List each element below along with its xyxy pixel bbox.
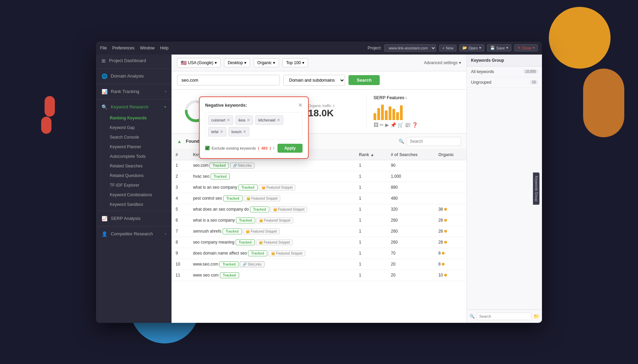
serp-bar-5 [389, 106, 391, 120]
table-row: 4 pest control seo Tracked 👑 Featured Sn… [172, 193, 466, 204]
sidebar-sub-autocomplete-tools[interactable]: Autocomplete Tools [96, 152, 172, 161]
exclude-info-icon: ℹ [273, 146, 274, 150]
advanced-settings-button[interactable]: Advanced settings ▾ [424, 60, 461, 65]
col-searches: # of Searches [387, 150, 434, 160]
cell-num: 4 [172, 193, 189, 204]
cell-organic: 38 [434, 204, 466, 215]
sidebar-sub-related-searches[interactable]: Related Searches [96, 161, 172, 171]
all-keywords-count: 10,000 [523, 69, 538, 74]
right-panel-item-ungrouped[interactable]: Ungrouped 16 [467, 77, 542, 88]
country-select[interactable]: 🇺🇸 USA (Google) ▾ [177, 58, 221, 68]
domain-search-input[interactable] [177, 75, 280, 85]
top-select[interactable]: Top 100 ▾ [282, 58, 308, 67]
serp-features-chart: SERP Features ℹ [374, 95, 418, 128]
sidebar-item-keyword-research[interactable]: 🔍 Keyword Research ▾ [96, 101, 172, 113]
tracked-badge: Tracked [238, 185, 258, 190]
sidebar-sub-keyword-combinations[interactable]: Keyword Combinations [96, 190, 172, 200]
cell-keyword: www.seo.com Tracked 🔗 SiteLinks [189, 259, 355, 270]
sidebar-item-competitor-research[interactable]: 👤 Competitor Research › [96, 228, 172, 240]
serp-icon-7: ❓ [412, 122, 418, 128]
sidebar-item-domain-analysis[interactable]: 🌐 Domain Analysis [96, 70, 172, 82]
sidebar-item-rank-tracking[interactable]: 📊 Rank Tracking › [96, 85, 172, 98]
organic-traffic-label: Organic traffic ℹ [308, 104, 334, 108]
right-panel-folder-icon: 📁 [533, 314, 539, 319]
sidebar-item-serp-analysis[interactable]: 📈 SERP Analysis [96, 212, 172, 225]
menu-help[interactable]: Help [160, 46, 169, 50]
menu-file[interactable]: File [100, 46, 107, 50]
cell-keyword: hvac seo Tracked [189, 171, 355, 182]
table-row: 11 www seo com Tracked 1 20 10 [172, 270, 466, 281]
neg-kw-close-button[interactable]: ✕ [298, 103, 303, 108]
menu-window[interactable]: Window [140, 46, 155, 50]
cell-organic: 28 [434, 226, 466, 237]
domain-type-select[interactable]: Domain and subdomains [283, 75, 345, 86]
right-panel-search-input[interactable] [477, 313, 531, 320]
sidebar-item-project-dashboard[interactable]: ⊞ Project Dashboard [96, 55, 172, 67]
serp-bar-6 [392, 109, 395, 120]
search-type-select[interactable]: Organic ▾ [253, 58, 279, 67]
sidebar-sub-tf-idf[interactable]: TF-IDF Explorer [96, 180, 172, 190]
neg-kw-title: Negative keywords: [205, 103, 247, 108]
sidebar-divider-2 [96, 84, 172, 84]
table-search-input[interactable] [406, 137, 461, 146]
keywords-group-tab[interactable]: Keywords Group [533, 172, 539, 204]
organic-traffic-value: 18.0K [308, 108, 334, 119]
table-row: 2 hvac seo Tracked 1 1,000 [172, 171, 466, 182]
save-button[interactable]: 💾 Save ▾ [487, 44, 511, 51]
sidebar-sub-search-console[interactable]: Search Console [96, 132, 172, 142]
bg-decoration-red-left2 [41, 117, 51, 134]
globe-icon: 🌐 [102, 73, 107, 79]
cell-rank: 1 [355, 204, 387, 215]
cell-searches: 90 [387, 160, 434, 171]
cell-searches: 480 [387, 193, 434, 204]
neg-kw-tag-label: cuisinart [211, 118, 225, 122]
sidebar-sub-keyword-gap[interactable]: Keyword Gap [96, 123, 172, 132]
neg-kw-tag-remove[interactable]: ✕ [220, 129, 223, 134]
open-arrow-icon: ▾ [479, 46, 481, 50]
table-search-icon: 🔍 [399, 139, 404, 144]
device-select[interactable]: Desktop ▾ [224, 58, 250, 67]
cell-num: 7 [172, 226, 189, 237]
exclude-count: ( [258, 146, 259, 150]
apply-button[interactable]: Apply [277, 144, 303, 153]
table-row: 8 seo company meaning Tracked 👑 Featured… [172, 237, 466, 248]
cell-rank: 1 [355, 160, 387, 171]
cell-keyword: www seo com Tracked [189, 270, 355, 281]
serp-icon-2: ✏ [380, 122, 384, 128]
neg-kw-tag-remove[interactable]: ✕ [227, 118, 230, 122]
neg-kw-footer: Exclude existing keywords ( 483 ) ℹ Appl… [205, 144, 303, 153]
project-select[interactable]: www.link-assistant.com [384, 44, 436, 52]
sidebar-sub-ranking-keywords[interactable]: Ranking Keywords [96, 113, 172, 123]
exclude-existing-checkbox[interactable] [205, 146, 210, 150]
menu-preferences[interactable]: Preferences [112, 46, 134, 50]
neg-kw-tag-remove[interactable]: ✕ [243, 129, 246, 134]
table-row: 10 www.seo.com Tracked 🔗 SiteLinks 1 20 … [172, 259, 466, 270]
serp-info-icon: ℹ [405, 96, 407, 100]
cell-keyword: semrush ahrefs Tracked 👑 Featured Snippe… [189, 226, 355, 237]
neg-kw-tag-remove[interactable]: ✕ [247, 118, 250, 122]
cell-organic: 8 [434, 248, 466, 259]
table-row: 5 what does an seo company do Tracked 👑 … [172, 204, 466, 215]
neg-kw-tag-remove[interactable]: ✕ [277, 118, 280, 122]
new-icon: + [442, 46, 444, 50]
tracked-badge: Tracked [220, 261, 239, 267]
table-row: 7 semrush ahrefs Tracked 👑 Featured Snip… [172, 226, 466, 237]
sidebar-sub-keyword-planner[interactable]: Keyword Planner [96, 142, 172, 152]
new-button[interactable]: + New [439, 45, 456, 51]
main-content: 🇺🇸 USA (Google) ▾ Desktop ▾ Organic ▾ To… [172, 55, 466, 323]
title-bar: File Preferences Window Help Project: ww… [96, 42, 542, 55]
close-button[interactable]: ✕ Close ▾ [514, 44, 538, 51]
feature-badge: 👑 Featured Snippet [256, 239, 293, 245]
open-button[interactable]: 📂 Open ▾ [459, 44, 484, 51]
search-button[interactable]: Search [348, 75, 380, 85]
collapse-icon[interactable]: ▲ [177, 139, 182, 144]
sidebar-sub-keyword-sandbox[interactable]: Keyword Sandbox [96, 200, 172, 209]
cell-organic: 28 [434, 237, 466, 248]
bg-decoration-orange-right [583, 69, 624, 137]
sidebar-sub-related-questions[interactable]: Related Questions [96, 171, 172, 180]
col-rank[interactable]: Rank ▲ [355, 150, 387, 160]
sidebar: ⊞ Project Dashboard 🌐 Domain Analysis 📊 … [96, 55, 172, 323]
country-arrow-icon: ▾ [215, 60, 217, 65]
right-panel-item-all-keywords[interactable]: All keywords 10,000 [467, 67, 542, 77]
cell-searches: 20 [387, 259, 434, 270]
